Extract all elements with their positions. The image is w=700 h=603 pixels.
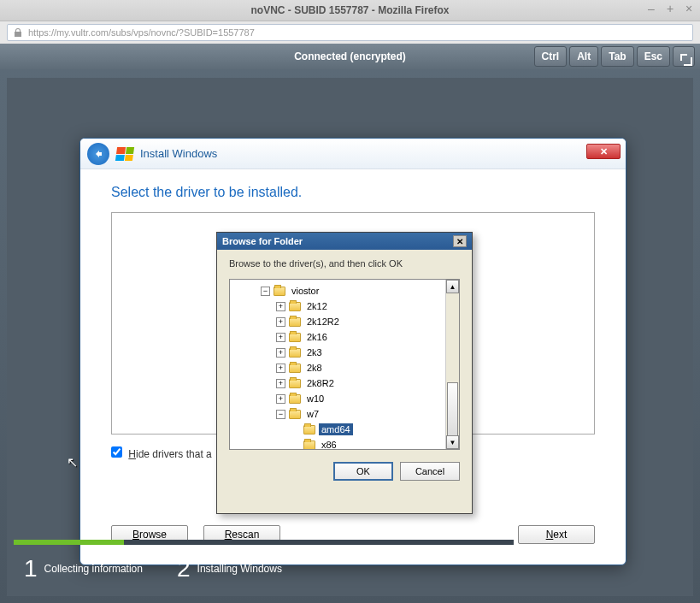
expand-icon[interactable]: + (276, 302, 285, 311)
tree-item[interactable]: +2k3 (232, 345, 457, 360)
minimize-icon[interactable]: – (645, 3, 657, 15)
expand-icon[interactable]: + (276, 379, 285, 388)
alt-button[interactable]: Alt (569, 46, 598, 67)
step-2-number: 2 (177, 555, 191, 582)
collapse-icon[interactable]: − (276, 410, 285, 419)
back-button[interactable] (87, 143, 109, 165)
remote-desktop: Install Windows ✕ Select the driver to b… (7, 78, 693, 596)
url-text: https://my.vultr.com/subs/vps/novnc/?SUB… (28, 27, 255, 38)
browse-folder-dialog: Browse for Folder ✕ Browse to the driver… (216, 232, 473, 514)
close-icon[interactable]: × (683, 3, 695, 15)
tree-item[interactable]: +2k12R2 (232, 314, 457, 329)
browser-title: noVNC - SUBID 1557787 - Mozilla Firefox (250, 4, 449, 16)
dialog-titlebar[interactable]: Browse for Folder ✕ (217, 233, 472, 250)
url-input[interactable]: https://my.vultr.com/subs/vps/novnc/?SUB… (7, 24, 693, 41)
collapse-icon[interactable]: − (261, 287, 270, 296)
wizard-title: Install Windows (140, 147, 217, 160)
back-arrow-icon (92, 148, 104, 160)
tree-item-amd64[interactable]: amd64 (232, 422, 457, 437)
vnc-viewport: Connected (encrypted) Ctrl Alt Tab Esc I… (0, 44, 700, 603)
hide-drivers-label: Hide drivers that a (128, 448, 211, 460)
setup-steps: 1 Collecting information 2 Installing Wi… (24, 555, 282, 582)
scroll-down-icon[interactable]: ▼ (446, 435, 459, 449)
expand-icon[interactable]: + (276, 317, 285, 327)
folder-icon (289, 410, 301, 419)
scroll-up-icon[interactable]: ▲ (446, 280, 459, 293)
ctrl-button[interactable]: Ctrl (534, 46, 568, 67)
cursor-icon: ↖ (67, 454, 78, 470)
setup-progress (14, 540, 514, 545)
ok-button[interactable]: OK (333, 462, 393, 481)
tree-item[interactable]: +2k8R2 (232, 375, 457, 391)
folder-icon (289, 317, 301, 327)
folder-icon (289, 364, 301, 373)
tree-item-w7[interactable]: −w7 (232, 406, 457, 422)
progress-fill (14, 540, 124, 545)
tree-item-x86[interactable]: x86 (232, 437, 457, 450)
tree-item-viostor[interactable]: −viostor (232, 283, 457, 299)
expand-icon[interactable]: + (276, 364, 285, 373)
tree-scrollbar[interactable]: ▲ ▼ (445, 280, 459, 449)
folder-icon (303, 425, 315, 435)
window-controls: – + × (645, 3, 695, 15)
tab-button[interactable]: Tab (601, 46, 633, 67)
vnc-toolbar: Connected (encrypted) Ctrl Alt Tab Esc (0, 44, 700, 69)
fullscreen-icon (680, 54, 687, 61)
folder-icon (289, 379, 301, 388)
folder-icon (289, 302, 301, 311)
windows-logo-icon (115, 147, 134, 161)
step-1-number: 1 (24, 555, 38, 582)
dialog-close-button[interactable]: ✕ (453, 235, 467, 247)
folder-icon (289, 333, 301, 342)
vnc-status: Connected (encrypted) (294, 50, 406, 62)
wizard-header: Install Windows ✕ (80, 139, 626, 169)
lock-icon (13, 27, 23, 38)
folder-icon (303, 440, 315, 450)
dialog-title: Browse for Folder (222, 236, 303, 246)
next-button[interactable]: Next (518, 525, 595, 544)
tree-item[interactable]: +2k16 (232, 329, 457, 345)
fullscreen-button[interactable] (673, 46, 695, 67)
maximize-icon[interactable]: + (664, 3, 676, 15)
expand-icon[interactable]: + (276, 333, 285, 342)
folder-icon (289, 394, 301, 404)
wizard-close-button[interactable]: ✕ (586, 144, 621, 159)
page-heading: Select the driver to be installed. (111, 185, 595, 200)
hide-drivers-checkbox[interactable] (111, 446, 122, 458)
browser-titlebar: noVNC - SUBID 1557787 - Mozilla Firefox … (0, 0, 700, 21)
urlbar-row: https://my.vultr.com/subs/vps/novnc/?SUB… (0, 21, 700, 44)
step-2-label: Installing Windows (197, 563, 282, 575)
tree-item[interactable]: +w10 (232, 391, 457, 406)
tree-item[interactable]: +2k8 (232, 360, 457, 375)
folder-icon (274, 287, 285, 296)
expand-icon[interactable]: + (276, 394, 285, 404)
esc-button[interactable]: Esc (637, 46, 670, 67)
scroll-thumb[interactable] (447, 382, 458, 442)
expand-icon[interactable]: + (276, 348, 285, 358)
step-1-label: Collecting information (44, 563, 143, 575)
folder-icon (289, 348, 301, 358)
folder-tree[interactable]: −viostor +2k12 +2k12R2 +2k16 +2k3 +2k8 +… (229, 279, 460, 450)
dialog-instruction: Browse to the driver(s), and then click … (217, 250, 472, 274)
tree-item[interactable]: +2k12 (232, 299, 457, 314)
cancel-button[interactable]: Cancel (400, 462, 460, 481)
